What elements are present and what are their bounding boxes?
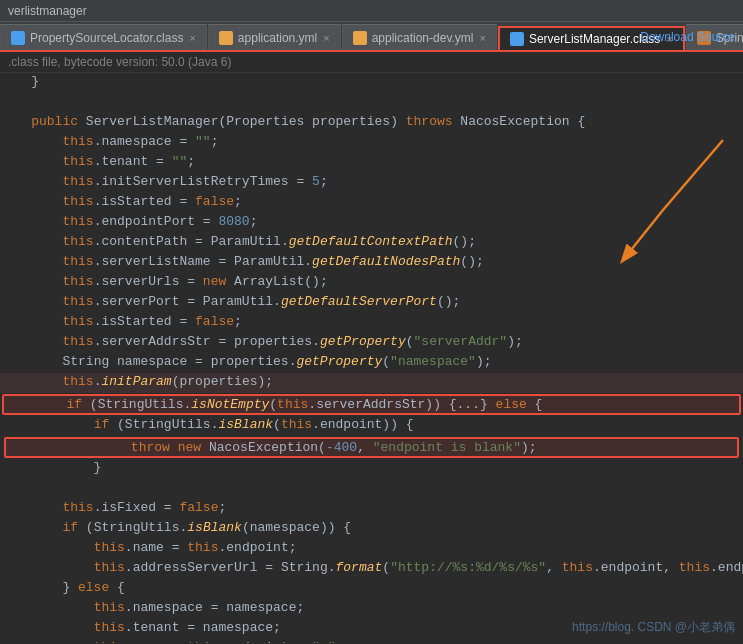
code-line: this.isFixed = false; [0, 499, 743, 519]
line-content: this.serverAddrsStr = properties.getProp… [0, 334, 743, 349]
tab-propertysourcelocator[interactable]: PropertySourceLocator.class × [0, 24, 207, 50]
download-source-link[interactable]: Download Source [640, 30, 735, 44]
code-line: this.tenant = ""; [0, 153, 743, 173]
code-line: this.serverPort = ParamUtil.getDefaultSe… [0, 293, 743, 313]
code-line: this.isStarted = false; [0, 313, 743, 333]
class-icon [510, 32, 524, 46]
code-line [0, 93, 743, 113]
line-content: this.addressServerUrl = String.format("h… [0, 560, 743, 575]
line-content: this.endpointPort = 8080; [0, 214, 743, 229]
line-content: String namespace = properties.getPropert… [0, 354, 743, 369]
line-content: if (StringUtils.isBlank(namespace)) { [0, 520, 743, 535]
line-content: } else { [0, 580, 743, 595]
code-line: this.contentPath = ParamUtil.getDefaultC… [0, 233, 743, 253]
code-line: } [0, 73, 743, 93]
line-content: this.name = this.endpoint + "-" + namesp… [0, 640, 743, 643]
code-line: this.initParam(properties); [0, 373, 743, 393]
code-line: if (StringUtils.isBlank(this.endpoint)) … [0, 416, 743, 436]
code-line: this.name = this.endpoint + "-" + namesp… [0, 639, 743, 643]
tab-close[interactable]: × [189, 32, 195, 44]
code-line: public ServerListManager(Properties prop… [0, 113, 743, 133]
tab-label: application.yml [238, 31, 317, 45]
code-line: this.serverAddrsStr = properties.getProp… [0, 333, 743, 353]
class-icon [11, 31, 25, 45]
tab-application-yml[interactable]: application.yml × [208, 24, 341, 50]
yml-icon [219, 31, 233, 45]
code-line [0, 479, 743, 499]
code-line: this.serverListName = ParamUtil.getDefau… [0, 253, 743, 273]
highlighted-if-line: if (StringUtils.isNotEmpty(this.serverAd… [2, 394, 741, 415]
throw-line: throw new NacosException(-400, "endpoint… [4, 437, 739, 458]
tab-label: application-dev.yml [372, 31, 474, 45]
tab-application-dev-yml[interactable]: application-dev.yml × [342, 24, 497, 50]
line-content: this.namespace = namespace; [0, 600, 743, 615]
line-content: if (StringUtils.isNotEmpty(this.serverAd… [4, 397, 739, 412]
line-content: this.namespace = ""; [0, 134, 743, 149]
line-content: this.isFixed = false; [0, 500, 743, 515]
line-content: this.name = this.endpoint; [0, 540, 743, 555]
code-line: this.endpointPort = 8080; [0, 213, 743, 233]
line-content: this.initServerListRetryTimes = 5; [0, 174, 743, 189]
code-line: this.name = this.endpoint; [0, 539, 743, 559]
line-content: this.isStarted = false; [0, 194, 743, 209]
watermark: https://blog. CSDN @小老弟偶 [572, 619, 735, 636]
info-bar: .class file, bytecode version: 50.0 (Jav… [0, 52, 743, 73]
code-line: String namespace = properties.getPropert… [0, 353, 743, 373]
line-content: this.isStarted = false; [0, 314, 743, 329]
code-line: if (StringUtils.isBlank(namespace)) { [0, 519, 743, 539]
line-content: this.serverPort = ParamUtil.getDefaultSe… [0, 294, 743, 309]
line-content: this.tenant = ""; [0, 154, 743, 169]
tab-bar: PropertySourceLocator.class × applicatio… [0, 22, 743, 52]
info-bar-text: .class file, bytecode version: 50.0 (Jav… [8, 55, 231, 69]
code-line: this.initServerListRetryTimes = 5; [0, 173, 743, 193]
code-area: } public ServerListManager(Properties pr… [0, 73, 743, 643]
code-line: this.addressServerUrl = String.format("h… [0, 559, 743, 579]
line-content: if (StringUtils.isBlank(this.endpoint)) … [0, 417, 743, 432]
line-content: this.initParam(properties); [0, 374, 743, 389]
line-content: } [0, 460, 743, 475]
tab-close[interactable]: × [323, 32, 329, 44]
line-content: public ServerListManager(Properties prop… [0, 114, 743, 129]
code-line: this.serverUrls = new ArrayList(); [0, 273, 743, 293]
line-content: this.serverListName = ParamUtil.getDefau… [0, 254, 743, 269]
line-content: } [0, 74, 743, 89]
line-content: this.serverUrls = new ArrayList(); [0, 274, 743, 289]
code-line: } [0, 459, 743, 479]
line-content: throw new NacosException(-400, "endpoint… [6, 440, 737, 455]
code-line: } else { [0, 579, 743, 599]
title-bar: verlistmanager [0, 0, 743, 22]
title-bar-text: verlistmanager [8, 4, 87, 18]
code-line: this.namespace = namespace; [0, 599, 743, 619]
line-content: this.contentPath = ParamUtil.getDefaultC… [0, 234, 743, 249]
tab-label: PropertySourceLocator.class [30, 31, 183, 45]
code-line: this.namespace = ""; [0, 133, 743, 153]
yml-icon [353, 31, 367, 45]
code-line: this.isStarted = false; [0, 193, 743, 213]
tab-close[interactable]: × [480, 32, 486, 44]
